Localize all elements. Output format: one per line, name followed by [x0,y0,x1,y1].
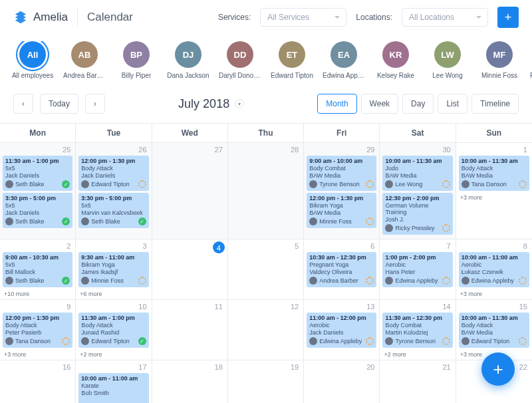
day-number: 30 [382,145,452,156]
employee-filter[interactable]: AllAll employees [13,41,52,79]
day-cell[interactable]: 1510:00 am - 11:30 amBody AttackBAW Medi… [456,300,532,360]
day-cell[interactable]: 4 [152,239,228,300]
event-customer: Peter Pasierb [5,329,70,336]
day-cell[interactable]: 2511:30 am - 1:00 pm5x5Jack DanielsSeth … [0,143,76,239]
view-day[interactable]: Day [402,94,434,114]
view-timeline[interactable]: Timeline [471,94,519,114]
event-employee: Edwina Appleby [462,277,527,285]
employee-filter[interactable]: DDDaryll Donov… [221,41,259,79]
more-link[interactable]: +2 more [382,350,452,358]
calendar-event[interactable]: 10:00 am - 11:00 amKarateBob Smith [78,373,148,403]
more-link[interactable]: +6 more [78,289,148,297]
calendar-event[interactable]: 12:30 pm - 2:00 pmGerman Volume Training… [382,193,452,235]
day-cell[interactable]: 5 [228,239,304,300]
day-cell[interactable]: 299:00 am - 10:00 amBody CombatBAW Media… [304,143,380,239]
calendar-event[interactable]: 9:30 am - 11:00 amBikram YogaJames Ikads… [78,252,148,287]
more-link[interactable]: +3 more [459,193,529,201]
day-number: 9 [3,302,72,313]
day-cell[interactable]: 110:00 am - 11:30 amBody AttackBAW Media… [456,143,532,239]
day-cell[interactable]: 1710:00 am - 11:00 amKarateBob Smith [76,360,152,403]
event-customer: Valdecy Oliveira [309,269,374,275]
calendar-event[interactable]: 10:30 am - 12:30 pmPregnant YogaValdecy … [307,252,376,287]
day-number: 11 [155,302,225,313]
event-customer: Jack Daniels [5,209,70,216]
calendar-event[interactable]: 11:00 am - 12:00 pmAerobicJack DanielsEd… [307,313,376,348]
prev-button[interactable]: ‹ [13,94,33,114]
services-select[interactable]: All Services [260,8,346,27]
calendar-event[interactable]: 11:30 am - 12:30 pmBody CombatMartin Kol… [382,313,452,348]
calendar-event[interactable]: 9:00 am - 10:30 am5x5Bill MallockSeth Bl… [3,252,72,287]
employee-filter[interactable]: KRKelsey Rake [376,41,415,79]
day-cell[interactable]: 1411:30 am - 12:30 pmBody CombatMartin K… [380,300,456,360]
calendar-event[interactable]: 10:00 am - 11:00 amAerobicŁukasz Czerwik… [459,252,529,287]
day-number: 15 [459,302,529,313]
event-customer: BAW Media [462,329,527,336]
day-cell[interactable]: 12 [228,300,304,360]
calendar-event[interactable]: 10:00 am - 11:30 amBody AttackBAW MediaE… [459,313,529,348]
add-button[interactable]: + [497,7,519,28]
more-link[interactable]: +3 more [459,289,529,297]
employee-filter[interactable]: LWLee Wong [428,41,467,79]
day-cell[interactable]: 2612:00 pm - 1:30 pmBody AttackJack Dani… [76,143,152,239]
today-button[interactable]: Today [40,94,78,114]
next-button[interactable]: › [85,94,105,114]
avatar: All [19,41,46,68]
event-service: 5x5 [5,202,70,209]
event-service: Bikram Yoga [309,202,374,209]
event-time: 9:00 am - 10:30 am [5,254,70,261]
event-employee: Seth Blake [5,217,70,225]
event-customer: Łukasz Czerwik [462,269,527,275]
view-month[interactable]: Month [317,94,356,114]
check-icon: ✓ [138,217,146,225]
calendar-event[interactable]: 12:00 pm - 1:30 pmBikram YogaBAW MediaMi… [307,193,376,228]
day-cell[interactable]: 3010:00 am - 11:30 amJudoBAW MediaLee Wo… [380,143,456,239]
fab-add-button[interactable]: + [481,352,515,386]
day-cell[interactable]: 1311:00 am - 12:00 pmAerobicJack Daniels… [304,300,380,360]
locations-select[interactable]: All Locations [402,8,488,27]
employee-name: Lee Wong [432,72,462,79]
day-cell[interactable]: 810:00 am - 11:00 amAerobicŁukasz Czerwi… [456,239,532,300]
month-label[interactable]: July 2018 ▾ [112,97,311,111]
calendar-event[interactable]: 11:30 am - 1:00 pm5x5Jack DanielsSeth Bl… [3,156,72,191]
event-employee: Edwina Appleby [309,337,374,345]
calendar-event[interactable]: 3:30 pm - 5:00 pm5x5Jack DanielsSeth Bla… [3,193,72,228]
day-cell[interactable]: 27 [152,143,228,239]
calendar-event[interactable]: 10:00 am - 11:30 amBody AttackBAW MediaT… [459,156,529,191]
day-cell[interactable]: 1011:30 am - 1:00 pmBody AttackJunaid Ra… [76,300,152,360]
event-employee: Tyrone Benson [385,337,450,345]
employee-filter[interactable]: MFMinnie Foss [480,41,519,79]
day-cell[interactable]: 912:00 pm - 1:30 pmBody AttackPeter Pasi… [0,300,76,360]
calendar-event[interactable]: 10:00 am - 11:30 amJudoBAW MediaLee Wong [382,156,452,191]
day-cell[interactable]: 71:00 pm - 2:00 pmAerobicHans PeterEdwin… [380,239,456,300]
day-cell[interactable]: 11 [152,300,228,360]
calendar-event[interactable]: 3:30 pm - 5:00 pm5x5Marvin van Kalcvsbee… [78,193,148,228]
event-customer: Hans Peter [385,269,450,275]
day-cell[interactable]: 21 [380,360,456,403]
employee-filter[interactable]: EAEdwina Appl… [325,41,363,79]
calendar-event[interactable]: 1:00 pm - 2:00 pmAerobicHans PeterEdwina… [382,252,452,287]
day-cell[interactable]: 610:30 am - 12:30 pmPregnant YogaValdecy… [304,239,380,300]
day-cell[interactable]: 16 [0,360,76,403]
employee-filter[interactable]: DJDana Jackson [169,41,207,79]
calendar-event[interactable]: 12:00 pm - 1:30 pmBody AttackJack Daniel… [78,156,148,191]
day-cell[interactable]: 18 [152,360,228,403]
avatar [5,337,13,345]
view-list[interactable]: List [438,94,467,114]
day-cell[interactable]: 28 [228,143,304,239]
day-cell[interactable]: 39:30 am - 11:00 amBikram YogaJames Ikad… [76,239,152,300]
calendar-event[interactable]: 11:30 am - 1:00 pmBody AttackJunaid Rash… [78,313,148,348]
day-cell[interactable]: 29:00 am - 10:30 am5x5Bill MallockSeth B… [0,239,76,300]
view-week[interactable]: Week [361,94,398,114]
employee-filter[interactable]: ABAndrea Barber [65,41,104,79]
more-link[interactable]: +3 more [3,350,72,358]
employee-filter[interactable]: BPBilly Piper [117,41,156,79]
more-link[interactable]: +10 more [3,289,72,297]
calendar-event[interactable]: 9:00 am - 10:00 amBody CombatBAW MediaTy… [307,156,376,191]
avatar [309,337,317,345]
avatar [462,180,469,188]
calendar-event[interactable]: 12:00 pm - 1:30 pmBody AttackPeter Pasie… [3,313,72,348]
more-link[interactable]: +2 more [78,350,148,358]
day-cell[interactable]: 19 [228,360,304,403]
employee-filter[interactable]: ETEdward Tipton [273,41,311,79]
day-cell[interactable]: 20 [304,360,380,403]
